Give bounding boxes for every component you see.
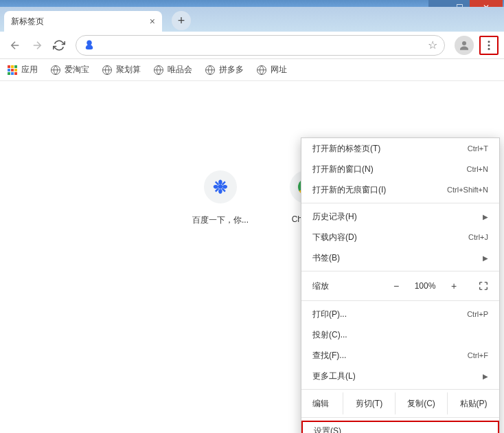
bookmark-item[interactable]: 唯品会 bbox=[153, 64, 192, 76]
globe-icon bbox=[102, 65, 112, 75]
apps-label: 应用 bbox=[21, 64, 38, 76]
reload-icon bbox=[53, 39, 65, 52]
bookmarks-bar: 应用 爱淘宝 聚划算 唯品会 拼多多 网址 bbox=[0, 59, 504, 81]
menu-edit-row: 编辑 剪切(T) 复制(C) 粘贴(P) bbox=[301, 392, 499, 414]
chevron-right-icon: ▶ bbox=[483, 213, 488, 221]
menu-history[interactable]: 历史记录(H)▶ bbox=[301, 206, 499, 227]
person-icon bbox=[458, 39, 470, 52]
menu-zoom: 缩放 − 100% + bbox=[301, 274, 499, 298]
menu-separator bbox=[301, 389, 499, 390]
ntp-shortcut[interactable]: ❉ 百度一下，你... bbox=[192, 170, 249, 226]
svg-point-0 bbox=[462, 41, 466, 45]
menu-bookmarks[interactable]: 书签(B)▶ bbox=[301, 247, 499, 268]
menu-cut[interactable]: 剪切(T) bbox=[343, 392, 395, 414]
apps-grid-icon bbox=[8, 65, 17, 75]
chevron-right-icon: ▶ bbox=[483, 254, 488, 262]
tab-strip: 新标签页 × + bbox=[0, 7, 504, 32]
tab-title: 新标签页 bbox=[11, 16, 44, 27]
page-content: ❉ 百度一下，你... Chrome 打开新的标签页(T)Ctrl+T 打开新的… bbox=[0, 81, 504, 432]
globe-icon bbox=[205, 65, 215, 75]
menu-settings[interactable]: 设置(S) bbox=[301, 421, 499, 433]
new-tab-button[interactable]: + bbox=[172, 11, 191, 30]
chevron-right-icon: ▶ bbox=[483, 373, 488, 380]
arrow-right-icon bbox=[31, 39, 43, 52]
window-titlebar: ─ ☐ ✕ bbox=[0, 0, 504, 7]
menu-separator bbox=[301, 271, 499, 271]
search-engine-icon bbox=[83, 39, 95, 52]
globe-icon bbox=[51, 65, 60, 75]
address-bar[interactable]: ☆ bbox=[76, 35, 445, 56]
main-menu-popup: 打开新的标签页(T)Ctrl+T 打开新的窗口(N)Ctrl+N 打开新的无痕窗… bbox=[301, 137, 500, 433]
profile-button[interactable] bbox=[455, 36, 474, 55]
baidu-icon: ❉ bbox=[213, 177, 228, 198]
shortcut-label: 百度一下，你... bbox=[192, 214, 249, 226]
menu-new-window[interactable]: 打开新的窗口(N)Ctrl+N bbox=[301, 159, 499, 179]
back-button[interactable] bbox=[5, 36, 25, 55]
url-input[interactable] bbox=[101, 40, 428, 50]
menu-separator bbox=[301, 300, 499, 301]
svg-point-2 bbox=[488, 44, 490, 46]
close-tab-icon[interactable]: × bbox=[150, 16, 155, 27]
fullscreen-icon[interactable] bbox=[479, 281, 488, 291]
reload-button[interactable] bbox=[49, 36, 69, 55]
toolbar: ☆ bbox=[0, 32, 504, 59]
menu-separator bbox=[301, 203, 499, 203]
apps-shortcut[interactable]: 应用 bbox=[7, 64, 38, 76]
menu-paste[interactable]: 粘贴(P) bbox=[447, 392, 499, 414]
bookmark-item[interactable]: 爱淘宝 bbox=[50, 64, 89, 76]
globe-icon bbox=[154, 65, 163, 75]
shortcut-icon: ❉ bbox=[204, 170, 237, 203]
svg-point-3 bbox=[488, 47, 490, 49]
menu-downloads[interactable]: 下载内容(D)Ctrl+J bbox=[301, 227, 499, 247]
menu-copy[interactable]: 复制(C) bbox=[395, 392, 447, 414]
bookmark-item[interactable]: 拼多多 bbox=[205, 64, 244, 76]
svg-point-1 bbox=[488, 41, 490, 43]
bookmark-star-icon[interactable]: ☆ bbox=[428, 38, 437, 52]
forward-button[interactable] bbox=[27, 36, 47, 55]
bookmark-item[interactable]: 网址 bbox=[256, 64, 287, 76]
zoom-value: 100% bbox=[411, 281, 439, 291]
menu-incognito[interactable]: 打开新的无痕窗口(I)Ctrl+Shift+N bbox=[301, 179, 499, 200]
menu-new-tab[interactable]: 打开新的标签页(T)Ctrl+T bbox=[301, 138, 499, 159]
menu-find[interactable]: 查找(F)...Ctrl+F bbox=[301, 345, 499, 366]
menu-separator bbox=[301, 417, 499, 418]
menu-print[interactable]: 打印(P)...Ctrl+P bbox=[301, 304, 499, 324]
menu-cast[interactable]: 投射(C)... bbox=[301, 324, 499, 345]
zoom-in-button[interactable]: + bbox=[448, 280, 459, 291]
zoom-out-button[interactable]: − bbox=[391, 280, 402, 291]
menu-more-tools[interactable]: 更多工具(L)▶ bbox=[301, 366, 499, 386]
globe-icon bbox=[257, 65, 266, 75]
main-menu-button[interactable] bbox=[479, 36, 499, 55]
arrow-left-icon bbox=[9, 39, 21, 52]
browser-tab[interactable]: 新标签页 × bbox=[4, 11, 162, 32]
bookmark-item[interactable]: 聚划算 bbox=[102, 64, 141, 76]
kebab-menu-icon bbox=[483, 39, 495, 52]
